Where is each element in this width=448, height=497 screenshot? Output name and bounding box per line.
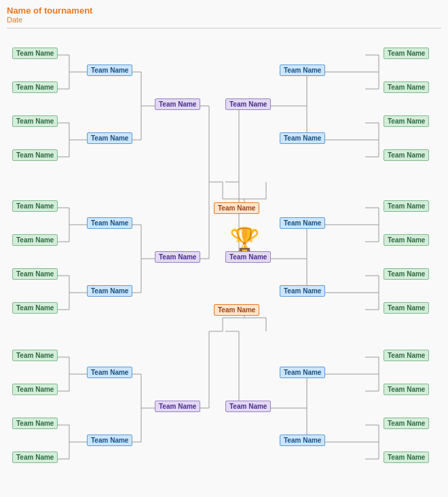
team-tr1g[interactable]: Team Name (384, 268, 429, 280)
team-tr1b[interactable]: Team Name (384, 81, 429, 93)
team-bl1d[interactable]: Team Name (12, 452, 58, 463)
svg-line-91 (239, 331, 253, 408)
team-tr1h[interactable]: Team Name (384, 302, 429, 314)
team-br2b[interactable]: Team Name (280, 435, 325, 446)
team-tl1g[interactable]: Team Name (12, 268, 58, 280)
team-br1c[interactable]: Team Name (384, 418, 429, 429)
header: Name of tournament Date (7, 5, 441, 29)
team-tl1c[interactable]: Team Name (12, 115, 58, 127)
team-tl1a[interactable]: Team Name (12, 48, 58, 59)
bracket-container: Team Name Team Name Team Name Team Name … (7, 33, 441, 497)
team-br2a[interactable]: Team Name (280, 367, 325, 378)
team-br3[interactable]: Team Name (225, 401, 271, 412)
bracket-lines (7, 33, 441, 497)
team-tr1c[interactable]: Team Name (384, 115, 429, 127)
team-tl1d[interactable]: Team Name (12, 149, 58, 161)
team-bl1a[interactable]: Team Name (12, 350, 58, 361)
team-tl1h[interactable]: Team Name (12, 302, 58, 314)
team-bl2b[interactable]: Team Name (87, 435, 132, 446)
team-final-bottom[interactable]: Team Name (214, 304, 259, 316)
team-tr1e[interactable]: Team Name (384, 200, 429, 212)
team-tl1f[interactable]: Team Name (12, 234, 58, 246)
tournament-date: Date (7, 16, 441, 24)
team-r3a[interactable]: Team Name (225, 98, 271, 110)
team-tr1a[interactable]: Team Name (384, 48, 429, 59)
team-tl1e[interactable]: Team Name (12, 200, 58, 212)
team-tr1f[interactable]: Team Name (384, 234, 429, 246)
team-l3a[interactable]: Team Name (155, 98, 200, 110)
team-br1b[interactable]: Team Name (384, 384, 429, 395)
trophy-icon: 🏆 (229, 226, 260, 255)
team-tl2c[interactable]: Team Name (87, 217, 132, 229)
team-bl3[interactable]: Team Name (155, 401, 200, 412)
tournament-title: Name of tournament (7, 5, 441, 16)
team-bl2a[interactable]: Team Name (87, 367, 132, 378)
team-tr2b[interactable]: Team Name (280, 132, 325, 144)
team-br1d[interactable]: Team Name (384, 452, 429, 463)
team-bl1b[interactable]: Team Name (12, 384, 58, 395)
team-tl2a[interactable]: Team Name (87, 65, 132, 76)
team-tl2b[interactable]: Team Name (87, 132, 132, 144)
team-final-top[interactable]: Team Name (214, 202, 259, 214)
team-tl1b[interactable]: Team Name (12, 81, 58, 93)
team-tr1d[interactable]: Team Name (384, 149, 429, 161)
team-l3b[interactable]: Team Name (155, 251, 200, 263)
team-tr2c[interactable]: Team Name (280, 217, 325, 229)
team-r3b[interactable]: Team Name (225, 251, 271, 263)
team-tr2a[interactable]: Team Name (280, 65, 325, 76)
team-br1a[interactable]: Team Name (384, 350, 429, 361)
team-tr2d[interactable]: Team Name (280, 285, 325, 297)
team-tl2d[interactable]: Team Name (87, 285, 132, 297)
team-bl1c[interactable]: Team Name (12, 418, 58, 429)
